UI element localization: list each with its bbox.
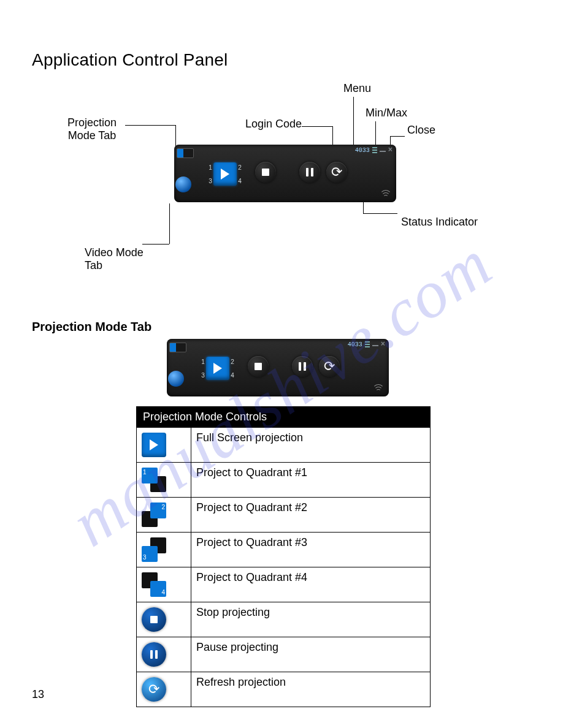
table-row: ⟳ Refresh projection [137, 672, 431, 707]
refresh-icon: ⟳ [324, 358, 335, 374]
stop-button[interactable] [255, 162, 276, 183]
projection-quadrant-selector[interactable]: 1 2 3 4 [207, 161, 243, 188]
table-row: 2 Project to Quadrant #2 [137, 498, 431, 533]
row-desc: Full Screen projection [191, 428, 431, 463]
label-close: Close [407, 124, 435, 137]
label-login-code: Login Code [245, 118, 302, 131]
projection-mode-tab[interactable] [169, 343, 186, 352]
pause-icon [299, 362, 306, 371]
play-icon [213, 363, 222, 374]
labeled-diagram: Menu Min/Max Close Login Code Projection… [32, 75, 531, 283]
video-mode-tab[interactable] [175, 176, 191, 192]
row-desc: Pause projecting [191, 637, 431, 672]
stop-icon [262, 169, 269, 176]
label-projection-mode-tab: Projection Mode Tab [67, 116, 117, 142]
page-number: 13 [32, 688, 44, 701]
pause-icon [306, 168, 313, 176]
row-desc: Project to Quadrant #3 [191, 533, 431, 567]
quadrant-1-icon: 1 [142, 468, 166, 492]
table-row: Pause projecting [137, 637, 431, 672]
refresh-icon: ⟳ [331, 164, 342, 180]
projection-mode-tab[interactable] [177, 148, 194, 158]
quadrant-number-4: 4 [237, 178, 243, 184]
quadrant-4-icon: 4 [142, 572, 166, 597]
row-desc: Refresh projection [191, 672, 431, 707]
page-title: Application Control Panel [32, 50, 531, 70]
control-panel-example: 4033 × 1 2 3 4 ⟳ [167, 339, 389, 396]
quadrant-number-2: 2 [237, 164, 243, 171]
wifi-status-icon [379, 190, 391, 199]
close-icon[interactable]: × [381, 340, 385, 349]
play-button[interactable] [206, 357, 229, 380]
refresh-button[interactable]: ⟳ [326, 162, 347, 183]
quadrant-number-3: 3 [207, 178, 213, 184]
label-status-indicator: Status Indicator [401, 216, 478, 229]
stop-icon [255, 363, 262, 370]
table-row: Stop projecting [137, 602, 431, 637]
row-desc: Project to Quadrant #4 [191, 567, 431, 602]
refresh-button[interactable]: ⟳ [319, 356, 340, 377]
play-button[interactable] [213, 162, 237, 186]
video-mode-tab[interactable] [168, 371, 184, 387]
label-menu: Menu [343, 82, 371, 95]
label-video-mode-tab: Video Mode Tab [85, 246, 144, 272]
table-row: 3 Project to Quadrant #3 [137, 533, 431, 567]
row-desc: Project to Quadrant #1 [191, 463, 431, 498]
control-panel: 4033 × 1 2 3 4 ⟳ [174, 145, 396, 202]
play-icon [221, 169, 229, 180]
menu-icon[interactable] [372, 147, 377, 153]
quadrant-2-icon: 2 [142, 502, 166, 527]
table-row: 1 Project to Quadrant #1 [137, 463, 431, 498]
menu-icon[interactable] [365, 341, 370, 347]
projection-quadrant-selector[interactable]: 1 2 3 4 [200, 355, 236, 382]
minimize-icon[interactable] [372, 345, 378, 346]
quadrant-3-icon: 3 [142, 537, 166, 562]
row-desc: Project to Quadrant #2 [191, 498, 431, 533]
login-code-display: 4033 [355, 147, 370, 154]
quadrant-number-1: 1 [207, 164, 213, 171]
pause-button[interactable] [292, 356, 313, 377]
label-minmax: Min/Max [366, 107, 407, 119]
minimize-icon[interactable] [380, 151, 386, 152]
login-code-display: 4033 [348, 341, 362, 348]
projection-mode-controls-table: Projection Mode Controls Full Screen pro… [136, 406, 431, 707]
close-icon[interactable]: × [388, 146, 393, 154]
stop-button[interactable] [248, 356, 269, 377]
row-desc: Stop projecting [191, 602, 431, 637]
section-heading: Projection Mode Tab [32, 320, 531, 334]
refresh-icon: ⟳ [142, 677, 166, 702]
pause-icon [142, 642, 166, 667]
wifi-status-icon [372, 384, 384, 393]
fullscreen-play-icon [142, 433, 166, 457]
stop-icon [142, 607, 166, 632]
table-header: Projection Mode Controls [137, 407, 431, 428]
table-row: 4 Project to Quadrant #4 [137, 567, 431, 602]
table-row: Full Screen projection [137, 428, 431, 463]
pause-button[interactable] [299, 162, 320, 183]
